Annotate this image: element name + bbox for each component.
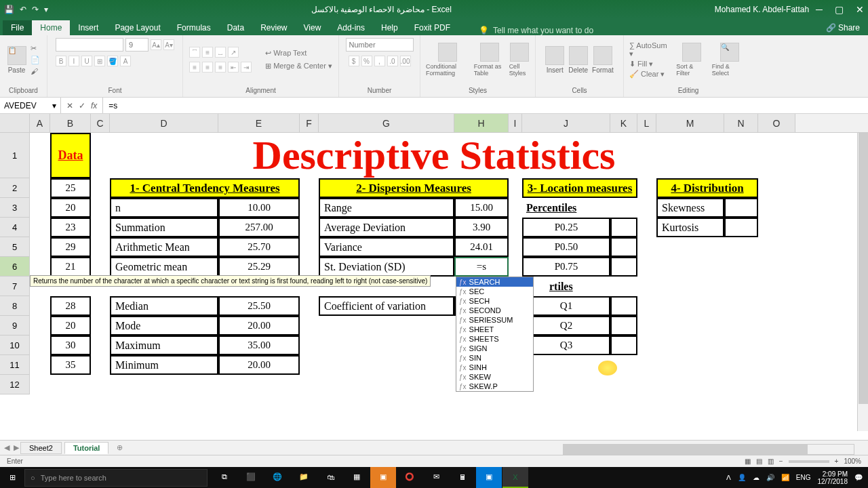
active-cell[interactable]: =s <box>454 257 509 277</box>
row-header-5[interactable]: 5 <box>0 237 30 257</box>
redo-icon[interactable]: ↷ <box>32 5 39 14</box>
tab-formulas[interactable]: Formulas <box>169 20 219 35</box>
taskbar-item[interactable]: ▦ <box>344 467 370 488</box>
row-header-2[interactable]: 2 <box>0 178 30 198</box>
task-view-icon[interactable]: ⧉ <box>212 467 237 488</box>
find-select[interactable]: 🔍Find & Select <box>712 43 747 77</box>
number-format[interactable]: Number <box>346 38 414 52</box>
autocomplete-item[interactable]: ƒxSIGN <box>456 344 533 353</box>
name-box[interactable]: AVEDEV▾ <box>0 98 61 113</box>
font-color-icon[interactable]: A <box>120 56 131 66</box>
autocomplete-item[interactable]: ƒxSKEW.P <box>456 382 533 391</box>
tray-up-icon[interactable]: ᐱ <box>726 474 731 481</box>
copy-icon[interactable]: 📄 <box>31 56 40 64</box>
disp-value[interactable]: 15.00 <box>454 198 509 218</box>
paste-button[interactable]: 📋Paste <box>7 46 26 74</box>
tray-notifications-icon[interactable]: 💬 <box>854 474 863 481</box>
select-all[interactable] <box>0 114 30 132</box>
tray-net-icon[interactable]: 🔊 <box>766 474 774 481</box>
tray-onedrive-icon[interactable]: ☁ <box>753 474 760 481</box>
percentile-value[interactable] <box>610 218 637 237</box>
col-header-C[interactable]: C <box>91 114 110 132</box>
percent-icon[interactable]: % <box>361 56 372 66</box>
autocomplete-item[interactable]: ƒxSERIESSUM <box>456 315 533 325</box>
align-center-icon[interactable]: ≡ <box>202 62 213 73</box>
font-size[interactable]: 9 <box>125 38 149 52</box>
tab-help[interactable]: Help <box>373 20 406 35</box>
quartile-value[interactable] <box>610 316 637 336</box>
font-name[interactable] <box>56 38 123 52</box>
col-header-M[interactable]: M <box>656 114 724 132</box>
ct-value[interactable]: 257.00 <box>218 218 300 237</box>
align-right-icon[interactable]: ≡ <box>215 62 226 73</box>
data-value[interactable]: 20 <box>50 316 91 336</box>
comma-icon[interactable]: , <box>374 56 385 66</box>
disp-label[interactable]: Range <box>319 198 454 218</box>
disp-label[interactable]: St. Deviation (SD) <box>319 257 454 277</box>
minimize-icon[interactable]: ─ <box>816 4 823 15</box>
underline-icon[interactable]: U <box>81 56 92 66</box>
ct-label[interactable]: Geometric mean <box>110 257 218 277</box>
namebox-dropdown-icon[interactable]: ▾ <box>52 101 56 110</box>
percentile-label[interactable]: P0.50 <box>522 237 610 257</box>
inc-decimal-icon[interactable]: .0 <box>387 56 398 66</box>
chrome-icon[interactable]: ⭕ <box>397 467 422 488</box>
ct-label[interactable]: Arithmetic Mean <box>110 237 218 257</box>
col-header-F[interactable]: F <box>300 114 319 132</box>
store-icon[interactable]: 🛍 <box>317 467 343 488</box>
insert-cells[interactable]: Insert <box>545 46 564 74</box>
taskbar-search[interactable]: ○Type here to search <box>24 469 208 487</box>
autocomplete-item[interactable]: ƒxSHEET <box>456 325 533 334</box>
percentile-value[interactable] <box>610 257 637 277</box>
tray-wifi-icon[interactable]: 📶 <box>781 474 789 481</box>
dist-label[interactable]: Skewness <box>656 198 724 218</box>
save-icon[interactable]: 💾 <box>4 5 14 14</box>
start-button[interactable]: ⊞ <box>0 467 24 488</box>
zoom-in-icon[interactable]: + <box>835 458 839 465</box>
cell-styles[interactable]: Cell Styles <box>509 43 530 77</box>
tab-pagelayout[interactable]: Page Layout <box>106 20 168 35</box>
tab-nav-left-icon[interactable]: ◀ <box>4 443 9 452</box>
scroll-thumb[interactable] <box>859 133 868 404</box>
qat-more-icon[interactable]: ▾ <box>44 5 48 14</box>
align-bot-icon[interactable]: ⎵ <box>215 47 226 58</box>
ct-label[interactable]: Summation <box>110 218 218 237</box>
format-as-table[interactable]: Format as Table <box>474 43 505 77</box>
tray-people-icon[interactable]: 👤 <box>738 474 746 481</box>
row-header-8[interactable]: 8 <box>0 296 30 316</box>
autocomplete-item[interactable]: ƒxSEARCH <box>456 277 533 287</box>
percentile-label[interactable]: P0.75 <box>522 257 610 277</box>
border-icon[interactable]: ⊞ <box>94 56 105 66</box>
row-header-7[interactable]: 7 <box>0 277 30 296</box>
data-value[interactable]: 30 <box>50 336 91 355</box>
quartile-label[interactable]: Q1 <box>522 296 610 316</box>
format-painter-icon[interactable]: 🖌 <box>31 67 40 75</box>
sheet-tab-tutorial[interactable]: Tutorial <box>64 442 109 454</box>
tab-file[interactable]: File <box>3 20 32 35</box>
ct-label[interactable]: Mode <box>110 316 218 336</box>
col-header-N[interactable]: N <box>724 114 758 132</box>
new-sheet-icon[interactable]: ⊕ <box>117 443 123 452</box>
orientation-icon[interactable]: ↗ <box>228 47 239 58</box>
tab-nav-right-icon[interactable]: ▶ <box>14 443 19 452</box>
enter-formula-icon[interactable]: ✓ <box>79 101 85 110</box>
italic-icon[interactable]: I <box>68 56 79 66</box>
format-cells[interactable]: Format <box>592 46 614 74</box>
increase-font-icon[interactable]: A▴ <box>151 39 161 50</box>
data-value[interactable]: 20 <box>50 198 91 218</box>
disp-label[interactable]: Coefficient of variation <box>319 296 454 316</box>
tray-lang[interactable]: ENG <box>796 474 811 481</box>
autocomplete-item[interactable]: ƒxSKEW <box>456 372 533 382</box>
maximize-icon[interactable]: ▢ <box>835 4 844 15</box>
clear-button[interactable]: 🧹 Clear ▾ <box>629 70 672 79</box>
tab-data[interactable]: Data <box>219 20 252 35</box>
decrease-font-icon[interactable]: A▾ <box>163 39 174 50</box>
formula-input[interactable]: =s <box>103 101 868 110</box>
autocomplete-item[interactable]: ƒxSINH <box>456 363 533 372</box>
view-normal-icon[interactable]: ▦ <box>745 458 751 465</box>
quartile-value[interactable] <box>610 336 637 355</box>
ct-label[interactable]: Minimum <box>110 355 218 375</box>
delete-cells[interactable]: Delete <box>568 46 588 74</box>
autocomplete-item[interactable]: ƒxSECOND <box>456 306 533 315</box>
col-header-O[interactable]: O <box>758 114 795 132</box>
